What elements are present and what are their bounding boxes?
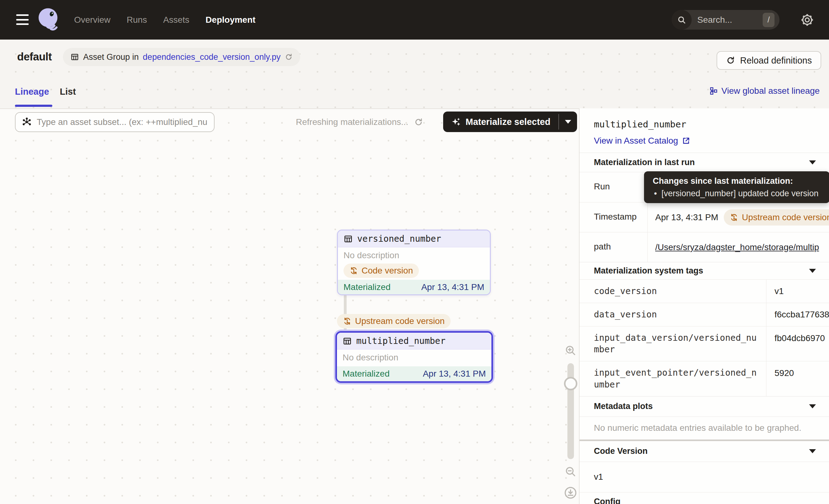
refreshing-label: Refreshing materializations...	[296, 117, 408, 127]
zoom-slider-handle[interactable]	[564, 377, 577, 390]
tag-value: fb04dcb6970	[766, 326, 829, 361]
section-label: Code Version	[594, 446, 648, 456]
page-title: default	[17, 50, 52, 63]
collapse-caret-icon[interactable]	[809, 404, 816, 408]
node-name: versioned_number	[357, 233, 441, 244]
search-shortcut-key: /	[763, 13, 774, 27]
nav-item-runs[interactable]: Runs	[127, 15, 147, 25]
section-label: Materialization system tags	[594, 266, 703, 276]
tag-key: input_data_version/versioned_number	[580, 326, 766, 361]
upstream-code-version-badge[interactable]: Upstream code version	[724, 209, 829, 225]
sparkle-icon	[451, 117, 461, 127]
section-materialization-last-run[interactable]: Materialization in last run	[580, 153, 829, 172]
node-status-bar: Materialized Apr 13, 4:31 PM	[338, 280, 490, 295]
nav-item-overview[interactable]: Overview	[74, 15, 111, 25]
table-row: input_event_pointer/versioned_number 592…	[580, 361, 829, 396]
settings-gear-icon[interactable]	[800, 12, 815, 27]
collapse-caret-icon[interactable]	[809, 269, 816, 273]
asset-group-prefix: Asset Group in	[83, 52, 139, 62]
tooltip-item: [versioned_number] updated code version	[653, 189, 821, 199]
download-image-icon[interactable]	[564, 486, 577, 500]
tab-lineage[interactable]: Lineage	[15, 86, 49, 97]
nav-links: Overview Runs Assets Deployment	[74, 0, 255, 40]
selected-asset-name: multiplied_number	[594, 119, 815, 130]
section-metadata-plots[interactable]: Metadata plots	[580, 396, 829, 417]
tag-key: code_version	[580, 280, 766, 303]
asset-node-versioned-number[interactable]: versioned_number No description Code ver…	[337, 229, 491, 295]
table-grid-icon	[70, 52, 79, 61]
reload-group-icon[interactable]	[285, 53, 293, 61]
search-input[interactable]: Search... /	[672, 10, 780, 30]
nav-item-deployment[interactable]: Deployment	[206, 15, 255, 25]
external-link-icon	[682, 137, 690, 145]
section-config[interactable]: Config	[580, 493, 829, 504]
table-row-timestamp: Timestamp Apr 13, 4:31 PM Upstream code …	[580, 202, 829, 232]
node-name: multiplied_number	[356, 336, 446, 346]
collapse-caret-icon[interactable]	[809, 160, 816, 165]
tag-value: v1	[766, 280, 829, 303]
code-version-value: v1	[580, 462, 829, 493]
materialize-dropdown-button[interactable]	[559, 111, 577, 132]
zoom-in-icon[interactable]	[564, 344, 577, 357]
asset-group-chip[interactable]: Asset Group in dependencies_code_version…	[63, 48, 300, 66]
table-grid-icon	[344, 234, 353, 244]
zoom-out-icon[interactable]	[564, 465, 577, 478]
changed-code-version-icon	[350, 266, 358, 275]
badge-label: Upstream code version	[742, 212, 829, 222]
chevron-down-icon	[565, 120, 571, 124]
materialized-status: Materialized	[343, 369, 390, 379]
tag-key: input_event_pointer/versioned_number	[580, 361, 766, 396]
code-version-badge[interactable]: Code version	[344, 263, 419, 278]
asset-sidebar-panel: multiplied_number View in Asset Catalog …	[579, 108, 829, 504]
filter-placeholder: Type an asset subset... (ex: ++multiplie…	[37, 117, 207, 127]
row-label: Timestamp	[580, 203, 648, 232]
view-global-lineage-label: View global asset lineage	[722, 86, 820, 96]
section-label: Config	[594, 497, 620, 504]
materialize-selected-button[interactable]: Materialize selected	[443, 111, 577, 132]
row-label: path	[580, 232, 648, 262]
refreshing-status: Refreshing materializations...	[296, 112, 423, 132]
code-version-badge-label: Code version	[362, 266, 413, 276]
materialized-timestamp: Apr 13, 4:31 PM	[421, 282, 484, 292]
materialized-timestamp: Apr 13, 4:31 PM	[423, 369, 486, 379]
graph-filter-icon	[22, 117, 32, 127]
section-label: Materialization in last run	[594, 157, 695, 167]
table-row: data_version f6ccba177638	[580, 303, 829, 326]
section-code-version[interactable]: Code Version	[580, 441, 829, 462]
materialized-status: Materialized	[344, 282, 391, 292]
refresh-icon	[726, 56, 735, 65]
materialize-selected-label: Materialize selected	[466, 117, 550, 127]
table-row-path: path /Users/sryza/dagster_home/storage/m…	[580, 232, 829, 262]
view-in-asset-catalog-link[interactable]: View in Asset Catalog	[594, 136, 690, 146]
lineage-graph-icon	[709, 86, 718, 95]
timestamp-value: Apr 13, 4:31 PM	[655, 212, 718, 222]
asset-subset-filter-input[interactable]: Type an asset subset... (ex: ++multiplie…	[15, 112, 215, 132]
top-navbar: Overview Runs Assets Deployment Search..…	[0, 0, 829, 40]
view-in-asset-catalog-label: View in Asset Catalog	[594, 136, 678, 146]
asset-node-multiplied-number-selected[interactable]: multiplied_number No description Materia…	[335, 331, 493, 383]
collapse-caret-icon[interactable]	[809, 449, 816, 453]
upstream-code-version-badge[interactable]: Upstream code version	[337, 314, 450, 328]
node-description: No description	[343, 353, 398, 363]
node-body: No description Code version	[338, 247, 490, 280]
tab-list[interactable]: List	[60, 86, 76, 97]
menu-icon[interactable]	[16, 14, 29, 25]
view-global-lineage-link[interactable]: View global asset lineage	[709, 86, 820, 96]
metadata-plots-empty-message: No numeric metadata entries available to…	[580, 417, 829, 441]
node-header: multiplied_number	[337, 333, 492, 350]
search-icon	[672, 10, 692, 30]
search-placeholder: Search...	[697, 15, 763, 25]
changed-code-version-icon	[343, 317, 352, 325]
dagster-app: Overview Runs Assets Deployment Search..…	[0, 0, 829, 504]
asset-group-file-link[interactable]: dependencies_code_version_only.py	[143, 52, 281, 62]
storage-path-link[interactable]: /Users/sryza/dagster_home/storage/multip	[655, 242, 819, 252]
panel-header: multiplied_number View in Asset Catalog	[580, 108, 829, 153]
node-status-bar: Materialized Apr 13, 4:31 PM	[337, 366, 492, 381]
refresh-spinner-icon[interactable]	[414, 117, 423, 127]
nav-item-assets[interactable]: Assets	[163, 15, 189, 25]
section-system-tags[interactable]: Materialization system tags	[580, 262, 829, 279]
reload-definitions-button[interactable]: Reload definitions	[717, 51, 821, 70]
section-label: Metadata plots	[594, 401, 653, 411]
tooltip-title: Changes since last materialization:	[653, 176, 821, 186]
dagster-logo-icon[interactable]	[35, 6, 62, 34]
